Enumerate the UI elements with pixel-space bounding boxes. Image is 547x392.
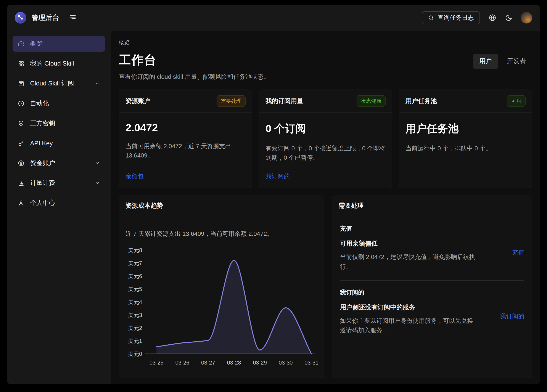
card-header: 需要处理 [332,196,532,216]
sidebar-item-my-cloud-skill[interactable]: 我的 Cloud Skill [13,56,105,72]
sidebar-item-overview[interactable]: 概览 [13,36,105,52]
needs-attention-card: 需要处理 充值 可用余额偏低 当前仅剩 2.0472，建议尽快充值，避免影响后续… [332,196,532,378]
sidebar-item-third-party-keys[interactable]: 三方密钥 [13,115,105,131]
app-title: 管理后台 [32,13,59,22]
sidebar-item-label: 自动化 [30,99,49,108]
svg-text:美元0: 美元0 [128,351,142,357]
svg-text:03-27: 03-27 [201,359,215,366]
todo-section-text: 用户侧还没有订阅中的服务 如果你主要以订阅用户身份使用服务，可以先兑换邀请码加入… [340,303,491,336]
card-title: 资源账户 [125,97,150,105]
search-icon [428,15,434,21]
route-icon [17,14,24,22]
sidebar: 概览 我的 Cloud Skill [7,31,111,384]
clock-icon [18,100,24,107]
card-header: 用户任务池 可用 [399,90,532,113]
archive-icon [18,80,24,87]
my-subscriptions-link[interactable]: 我订阅的 [500,312,524,336]
dollar-circle-icon [18,160,24,167]
tab-user[interactable]: 用户 [473,54,498,69]
stat-value: 用户任务池 [405,122,526,136]
sidebar-item-funds-account[interactable]: 资金账户 [13,155,105,171]
cost-trend-card: 资源成本趋势 近 7 天累计资源支出 13.6409，当前可用余额 2.0472… [119,196,324,378]
card-body: 0 个订阅 有效订阅 0 个，0 个接近额度上限，0 个即将到期，0 个已暂停。… [259,113,392,188]
page-header: 工作台 用户 开发者 [119,52,532,69]
card-body: 充值 可用余额偏低 当前仅剩 2.0472，建议尽快充值，避免影响后续执行。 充… [332,216,532,378]
recharge-link[interactable]: 充值 [512,248,524,272]
sidebar-item-metering-billing[interactable]: 计量计费 [13,175,105,191]
search-task-log-button[interactable]: 查询任务日志 [422,11,480,24]
cost-trend-chart: 美元0美元1美元2美元3美元4美元5美元6美元7美元803-2503-2603-… [125,243,318,371]
todo-heading: 可用余额偏低 [340,239,504,248]
sidebar-item-cloud-skill-subscription[interactable]: Cloud Skill 订阅 [13,75,105,92]
svg-text:美元6: 美元6 [128,273,142,279]
card-header: 我的订阅用量 状态健康 [259,90,392,113]
section-label: 充值 [340,224,524,233]
sidebar-item-label: 计量计费 [30,179,55,187]
sidebar-item-label: 我的 Cloud Skill [30,59,74,68]
status-badge: 状态健康 [357,95,386,107]
app-window: 管理后台 查询任务日志 [7,5,540,384]
sidebar-item-api-key[interactable]: API Key [13,135,105,151]
sidebar-item-personal-center[interactable]: 个人中心 [13,195,105,211]
search-label: 查询任务日志 [438,14,474,22]
svg-text:美元2: 美元2 [128,325,142,331]
resource-account-card: 资源账户 需要处理 2.0472 当前可用余额 2.0472，近 7 天资源支出… [119,90,252,188]
sidebar-collapse-icon[interactable] [69,14,77,22]
app-body: 概览 我的 Cloud Skill [7,31,540,384]
todo-heading: 用户侧还没有订阅中的服务 [340,303,491,312]
todo-section-row: 可用余额偏低 当前仅剩 2.0472，建议尽快充值，避免影响后续执行。 充值 [340,239,524,272]
svg-text:03-31: 03-31 [304,359,318,366]
gauge-icon [18,41,24,47]
svg-text:美元8: 美元8 [128,247,142,253]
svg-text:美元3: 美元3 [128,312,142,318]
dark-mode-moon-icon[interactable] [505,14,512,21]
key-icon [18,140,24,147]
sidebar-item-label: 概览 [30,39,43,48]
card-body: 近 7 天累计资源支出 13.6409，当前可用余额 2.0472。 美元0美元… [119,216,324,378]
svg-text:美元4: 美元4 [128,299,142,305]
stat-value: 0 个订阅 [266,122,386,136]
grid-icon [18,60,24,67]
chart-area: 美元0美元1美元2美元3美元4美元5美元6美元7美元803-2503-2603-… [125,243,318,371]
sidebar-item-label: Cloud Skill 订阅 [30,79,74,88]
topbar: 管理后台 查询任务日志 [7,5,540,31]
svg-text:美元5: 美元5 [128,286,142,292]
card-title: 我的订阅用量 [266,97,303,105]
shield-check-icon [18,120,24,127]
balance-pack-link[interactable]: 余额包 [125,172,246,181]
sidebar-item-label: 资金账户 [30,159,55,168]
user-avatar[interactable] [521,12,532,24]
breadcrumb[interactable]: 概览 [119,39,532,46]
sidebar-item-automation[interactable]: 自动化 [13,95,105,111]
page-title: 工作台 [119,52,157,68]
sidebar-item-label: 个人中心 [30,199,55,207]
stat-desc: 当前可用余额 2.0472，近 7 天资源支出 13.6409。 [125,142,246,160]
user-task-pool-card: 用户任务池 可用 用户任务池 当前运行中 0 个，排队中 0 个。 [399,90,532,188]
trend-summary: 近 7 天累计资源支出 13.6409，当前可用余额 2.0472。 [125,230,318,238]
svg-text:03-30: 03-30 [279,359,293,366]
stat-value: 2.0472 [125,122,246,134]
my-subscriptions-link[interactable]: 我订阅的 [266,172,386,181]
todo-section-text: 可用余额偏低 当前仅剩 2.0472，建议尽快充值，避免影响后续执行。 [340,239,504,272]
card-body: 用户任务池 当前运行中 0 个，排队中 0 个。 [399,113,532,188]
page-subtitle: 查看你订阅的 cloud skill 用量、配额风险和任务池状态。 [119,73,532,81]
card-body: 2.0472 当前可用余额 2.0472，近 7 天资源支出 13.6409。 … [119,113,252,188]
card-header: 资源成本趋势 [119,196,324,216]
sidebar-item-label: 三方密钥 [30,119,55,128]
chevron-down-icon [95,161,100,166]
svg-text:美元1: 美元1 [128,338,142,344]
chevron-down-icon [95,180,100,186]
user-icon [18,200,24,206]
chevron-down-icon [95,81,100,86]
svg-text:03-29: 03-29 [253,359,267,366]
svg-text:03-25: 03-25 [150,359,164,366]
role-tabs: 用户 开发者 [473,54,532,69]
stat-card-row: 资源账户 需要处理 2.0472 当前可用余额 2.0472，近 7 天资源支出… [119,90,532,188]
tab-developer[interactable]: 开发者 [500,54,532,69]
language-globe-icon[interactable] [489,14,496,22]
bar-chart-icon [18,180,24,187]
app-logo [15,12,26,24]
subscription-usage-card: 我的订阅用量 状态健康 0 个订阅 有效订阅 0 个，0 个接近额度上限，0 个… [259,90,392,188]
sidebar-item-label: API Key [30,140,53,147]
main-content: 概览 工作台 用户 开发者 查看你订阅的 cloud skill 用量、配额风险… [111,31,540,384]
